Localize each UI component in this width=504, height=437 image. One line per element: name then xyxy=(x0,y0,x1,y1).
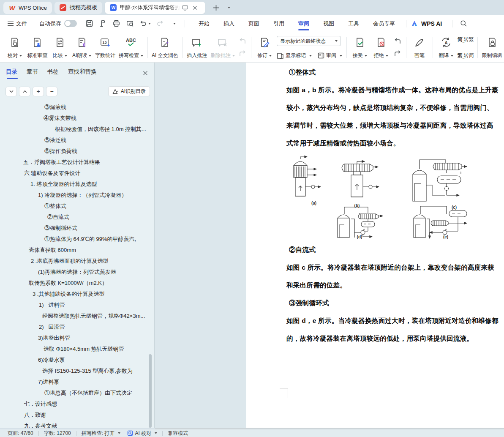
close-tab-icon[interactable] xyxy=(190,3,200,13)
accept-change-button[interactable]: 接受 xyxy=(349,34,371,60)
toc-item[interactable]: 取传热系数 K=1000W/（m2.K） xyxy=(0,278,151,289)
ai-polish-button[interactable]: AI 全文润色 xyxy=(150,34,180,60)
translate-button[interactable]: A 翻译 xyxy=(436,34,457,60)
tab-wps-office[interactable]: W WPS Office xyxy=(3,2,52,14)
menu-item[interactable]: 工具 xyxy=(348,16,359,31)
menu-active-item[interactable]: 审阅 xyxy=(298,16,309,31)
tab-chapters[interactable]: 章节 xyxy=(27,68,38,78)
toc-item[interactable]: ⑥操作负荷线 xyxy=(0,146,151,157)
simplified-to-traditional-button[interactable]: 简→ 转繁 xyxy=(458,36,474,43)
delete-comment-button[interactable]: 删除批注 xyxy=(209,34,237,60)
menu-item[interactable]: 引用 xyxy=(273,16,284,31)
page-indicator[interactable]: 页面: 47/60 xyxy=(8,430,33,437)
new-tab-button[interactable] xyxy=(211,3,221,13)
autosave-control[interactable]: 自动保存 xyxy=(38,20,79,27)
export-pdf-button[interactable] xyxy=(97,18,108,29)
toc-item[interactable]: 根据经验值，因该塔径 1.0m 控制其... xyxy=(0,124,151,135)
share-screen-icon[interactable] xyxy=(180,3,190,13)
toc-item[interactable]: 七．设计感想 xyxy=(0,399,151,410)
toc-item[interactable]: 九．参考文献 xyxy=(0,421,151,428)
menu-item[interactable]: 视图 xyxy=(323,16,334,31)
tab-active-document[interactable]: W 甲醇-水体系浮阀精馏塔的设计 xyxy=(105,2,205,14)
toc-item[interactable]: 经圆整选取热轧无缝钢管，规格Φ42×3m... xyxy=(0,311,151,322)
print-button[interactable] xyxy=(111,18,122,29)
next-change-icon[interactable] xyxy=(392,49,403,59)
tab-list-dropdown[interactable] xyxy=(223,3,233,13)
ai-recognize-toc-button[interactable]: AI识别目录 xyxy=(108,86,150,96)
undo-button[interactable] xyxy=(138,18,152,29)
menu-item[interactable]: 页面 xyxy=(248,16,259,31)
spell-check-button[interactable]: ABC 拼写检查 xyxy=(117,34,144,60)
insert-comment-button[interactable]: 插入批注 xyxy=(185,34,209,60)
quick-access-dropdown[interactable] xyxy=(168,18,179,29)
toc-item[interactable]: 选择 IS150-125-315 型离心泵,参数为 xyxy=(0,366,151,377)
toc-item[interactable]: 五．浮阀塔板工艺设计计算结果 xyxy=(0,157,151,168)
show-markup-button[interactable]: 显示标记 xyxy=(277,52,312,59)
zoom-in-button[interactable]: + xyxy=(33,87,44,96)
save-button[interactable] xyxy=(84,18,95,29)
toc-item[interactable]: 3)塔釜出料管 xyxy=(0,333,151,344)
spell-check-indicator[interactable]: 拼写检查: 打开 xyxy=(82,430,121,437)
markup-state-select[interactable]: 显示标记的最终状态 xyxy=(277,36,341,46)
toc-item[interactable]: 2) 回流管 xyxy=(0,322,151,333)
toc-item[interactable]: ⑤液泛线 xyxy=(0,135,151,146)
toc-item[interactable]: ④雾沫夹带线 xyxy=(0,113,151,124)
toc-item[interactable]: 选取 Φ180×4.5mm 热轧无缝钢管 xyxy=(0,344,151,355)
toc-item[interactable]: 1) 进料管 xyxy=(0,300,151,311)
standard-review-button[interactable]: 标准审查 xyxy=(25,34,49,60)
redo-button[interactable] xyxy=(155,18,166,29)
proofread-button[interactable]: 校对 xyxy=(4,34,25,60)
review-pane-button[interactable]: 审阅 xyxy=(318,52,342,59)
tab-find-replace[interactable]: 查找和替换 xyxy=(68,68,97,78)
ai-read-button[interactable]: AI朗读 xyxy=(71,34,93,60)
toc-item[interactable]: (1)再沸器的选择：列管式蒸发器 xyxy=(0,267,151,278)
word-count-button[interactable]: 12 字数统计 xyxy=(93,34,117,60)
ribbon-divider xyxy=(406,37,406,58)
previous-change-icon[interactable] xyxy=(392,36,403,46)
sidebar-scrollbar[interactable] xyxy=(149,354,152,428)
toc-item[interactable]: 壳体直径取 600mm xyxy=(0,245,151,256)
ai-proofread-indicator[interactable]: AI 校对 xyxy=(127,430,157,437)
restrict-editing-button[interactable]: 限制编辑 xyxy=(480,34,504,60)
toc-item[interactable]: 六 辅助设备及零件设计 xyxy=(0,168,151,179)
toc-item[interactable]: ①热流体为 64.9℃的 99%的甲醇蒸汽, xyxy=(0,234,151,245)
toc-item[interactable]: 2 .塔底再沸器面积的计算及选型 xyxy=(0,256,151,267)
toc-item[interactable]: 7)进料泵 xyxy=(0,377,151,388)
toc-item[interactable]: ①塔总高（不包括群座）由下式决定 xyxy=(0,388,151,399)
tab-bookmarks[interactable]: 书签 xyxy=(47,68,59,78)
word-count-indicator[interactable]: 字数: 12700 xyxy=(44,430,71,437)
tab-docer-templates[interactable]: 找稻壳模板 xyxy=(54,2,102,14)
toc-item[interactable]: 1) 冷凝器的选择：（列管式冷凝器） xyxy=(0,190,151,201)
toc-item[interactable]: ②自流式 xyxy=(0,212,151,223)
menu-item[interactable]: 开始 xyxy=(199,16,210,31)
toc-item[interactable]: ③漏液线 xyxy=(0,102,151,113)
autosave-toggle[interactable] xyxy=(64,20,77,27)
collapse-up-button[interactable] xyxy=(19,87,30,96)
toc-item[interactable]: 3 .其他辅助设备的计算及选型 xyxy=(0,289,151,300)
traditional-to-simplified-button[interactable]: 繁→ 转简 xyxy=(458,52,474,59)
document-page[interactable]: ①整体式如图 a，b 所示。将冷凝器与精馏塔作成一体。这种布局的优点是上升蒸较小… xyxy=(246,63,504,428)
toc-item[interactable]: 6)冷凝水泵 xyxy=(0,355,151,366)
compare-button[interactable]: 比较 xyxy=(49,34,71,60)
menu-item[interactable]: 插入 xyxy=(223,16,234,31)
menu-item[interactable]: 会员专享 xyxy=(373,16,395,31)
track-changes-button[interactable]: 修订 xyxy=(254,34,275,60)
previous-comment-icon[interactable] xyxy=(237,36,248,46)
search-icon[interactable] xyxy=(458,18,469,29)
expand-down-button[interactable] xyxy=(5,87,17,96)
reject-change-button[interactable]: 拒绝 xyxy=(371,34,392,60)
toc-item[interactable]: 1. 塔顶全凝器的计算及选型 xyxy=(0,179,151,190)
toc-item[interactable]: 八．致谢 xyxy=(0,410,151,421)
close-pane-icon[interactable] xyxy=(141,68,150,78)
toc-item[interactable]: ①整体式 xyxy=(0,201,151,212)
undo-dropdown-icon[interactable] xyxy=(148,23,151,25)
zoom-out-button[interactable]: − xyxy=(46,87,57,96)
toc-item[interactable]: ③强制循环式 xyxy=(0,223,151,234)
toc-controls: + − AI识别目录 xyxy=(5,86,150,96)
file-menu[interactable]: 文件 xyxy=(0,20,30,27)
print-preview-button[interactable] xyxy=(124,18,135,29)
wps-ai-button[interactable]: WPS AI xyxy=(411,20,442,27)
pen-button[interactable]: 画笔 xyxy=(409,34,430,60)
next-comment-icon[interactable] xyxy=(237,49,248,59)
tab-toc[interactable]: 目录 xyxy=(6,68,17,78)
